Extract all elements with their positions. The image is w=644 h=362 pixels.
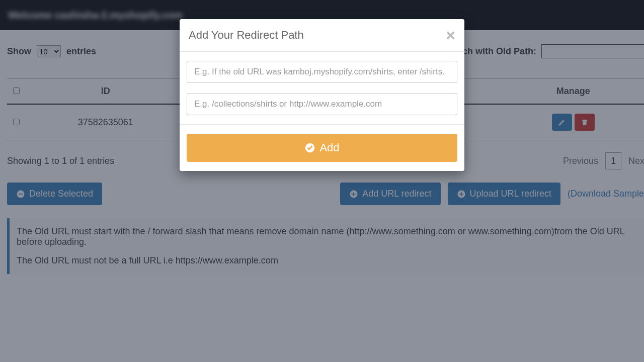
new-path-input[interactable] [187,93,457,115]
check-circle-icon [304,142,315,153]
close-icon[interactable]: × [446,27,455,43]
add-redirect-modal: Add Your Redirect Path × Add [180,19,464,171]
add-button-label: Add [319,141,339,154]
modal-title: Add Your Redirect Path [189,29,304,42]
old-path-input[interactable] [187,61,457,83]
add-button[interactable]: Add [187,134,457,162]
